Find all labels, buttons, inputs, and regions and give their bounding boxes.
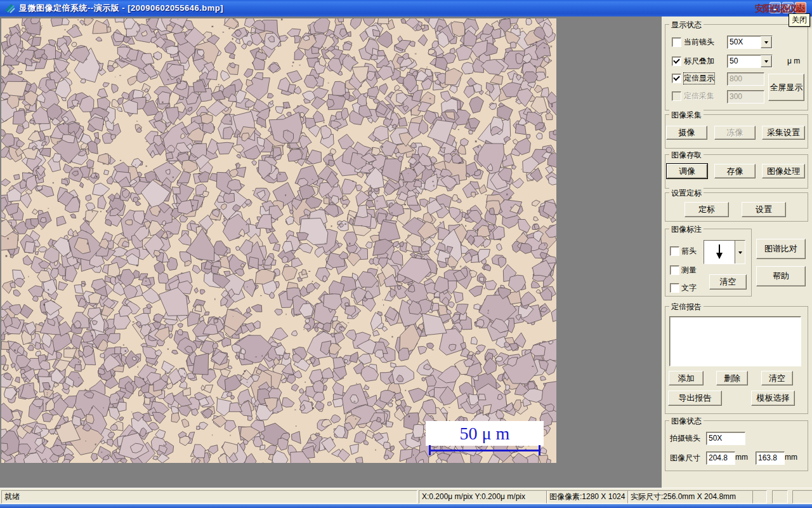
micrograph-image[interactable] [1,18,556,463]
group-title: 设置定标 [669,188,704,199]
scalebar-tick-left [429,445,431,455]
atlas-compare-button[interactable]: 图谱比对 [756,239,806,259]
field-image-height: 163.8 [756,451,785,465]
group-storage: 图像存取 调像 存像 图像处理 [665,154,808,189]
restore-icon [784,4,792,11]
input-fixed-capture[interactable]: 300 [727,90,764,104]
titlebar: 显微图像定倍系统--演示版 - [20090602055646.bmp] 安阳仪… [0,0,812,17]
camera-button[interactable]: 摄像 [666,126,707,140]
close-tooltip: 关闭 [789,13,810,27]
status-empty-cell [752,490,767,504]
label-text[interactable]: 文字 [681,283,697,293]
restore-button[interactable] [782,2,794,13]
field-capture-lens: 50X [706,432,745,445]
label-fixed-display[interactable]: 定倍显示 [684,73,714,84]
dropdown-arrow-icon[interactable] [761,36,772,48]
scalebar-line [429,450,540,451]
group-image-status: 图像状态 拍摄镜头 50X 图像尺寸 204.8 mm 163.8 mm [665,420,808,471]
label-mm-unit: mm [785,453,797,462]
group-display-status: 显示状态 当前镜头 50X 标尺叠加 50 μ m 定倍显示 800 定倍采集 … [665,24,808,110]
checkbox-text[interactable] [670,283,679,293]
group-title: 图像标注 [669,224,704,235]
label-current-lens[interactable]: 当前镜头 [684,37,714,48]
label-capture-lens: 拍摄镜头 [670,433,700,444]
calibrate-button[interactable]: 定标 [684,202,729,217]
input-fixed-display[interactable]: 800 [727,72,764,86]
checkbox-arrow[interactable] [670,246,679,256]
settings-button[interactable]: 设置 [742,202,786,217]
client-area: 50 μ m 显示状态 当前镜头 50X 标尺叠加 50 μ m 定倍显示 80 [0,17,812,488]
checkbox-fixed-display[interactable] [672,74,681,83]
label-fixed-capture: 定倍采集 [684,91,714,102]
group-annotation: 图像标注 箭头 测量 清空 文字 [665,229,752,297]
group-capture: 图像采集 摄像 冻像 采集设置 [665,114,808,149]
combo-dropdown-button[interactable] [735,241,745,264]
load-image-button[interactable]: 调像 [667,164,707,178]
statusbar: 就绪 X:0.200μ m/pix Y:0.200μ m/pix 图像像素:12… [0,488,812,505]
report-clear-button[interactable]: 清空 [761,371,793,385]
status-pixel-scale: X:0.200μ m/pix Y:0.200μ m/pix [419,490,548,504]
group-title: 图像采集 [669,110,704,121]
checkbox-scale-overlay[interactable] [672,57,681,66]
window-bottom-border [0,504,812,508]
label-scale-overlay[interactable]: 标尺叠加 [684,56,714,67]
checkbox-current-lens[interactable] [672,37,681,47]
group-title: 定倍报告 [669,302,704,312]
field-image-width: 204.8 [706,451,735,465]
status-empty-cell [772,490,788,504]
minimize-icon [771,4,779,11]
dropdown-scale-value[interactable]: 50 [727,55,773,68]
group-title: 显示状态 [669,20,704,30]
checkbox-measure[interactable] [670,265,679,275]
template-select-button[interactable]: 模板选择 [751,391,795,406]
report-add-button[interactable]: 添加 [669,371,704,385]
arrow-style-combo[interactable] [704,240,745,264]
scalebar-tick-right [539,445,540,455]
label-mm-unit: mm [735,453,748,462]
dropdown-value: 50X [728,36,761,48]
report-delete-button[interactable]: 删除 [716,371,748,385]
label-micron-unit: μ m [787,57,800,65]
label-arrow[interactable]: 箭头 [681,246,697,257]
scalebar-label: 50 μ m [460,424,510,444]
control-panel: 显示状态 当前镜头 50X 标尺叠加 50 μ m 定倍显示 800 定倍采集 … [662,17,812,488]
group-title: 图像状态 [669,416,704,427]
status-actual-size: 实际尺寸:256.0mm X 204.8mm [627,490,753,504]
group-title: 图像存取 [669,150,704,161]
capture-settings-button[interactable]: 采集设置 [762,126,805,140]
label-measure[interactable]: 测量 [681,265,697,276]
group-calibration: 设置定标 定标 设置 [665,192,808,222]
scalebar: 50 μ m [426,421,544,446]
label-image-size: 图像尺寸 [670,453,700,464]
fullscreen-button[interactable]: 全屏显示 [768,74,804,101]
close-icon [797,4,804,11]
dropdown-value: 50 [728,55,761,67]
image-processing-button[interactable]: 图像处理 [762,164,805,178]
dropdown-arrow-icon[interactable] [761,55,772,67]
group-report: 定倍报告 添加 删除 清空 导出报告 模板选择 [665,306,808,414]
app-icon [4,3,16,14]
freeze-button: 冻像 [714,126,756,140]
dropdown-current-lens[interactable]: 50X [727,36,773,49]
minimize-button[interactable] [769,2,781,13]
export-report-button[interactable]: 导出报告 [668,391,722,406]
arrow-down-icon [704,241,735,264]
clear-annotation-button[interactable]: 清空 [709,274,747,290]
status-empty-cell [792,490,812,504]
report-listbox[interactable] [669,316,801,366]
status-image-pixels: 图像像素:1280 X 1024 [546,490,629,504]
help-button[interactable]: 帮助 [756,266,806,286]
micrograph-viewport[interactable]: 50 μ m [1,18,556,463]
window-title: 显微图像定倍系统--演示版 - [20090602055646.bmp] [19,3,223,14]
status-ready: 就绪 [1,490,417,504]
close-button[interactable] [795,2,806,13]
save-image-button[interactable]: 存像 [714,164,756,178]
checkbox-fixed-capture[interactable] [672,91,681,101]
